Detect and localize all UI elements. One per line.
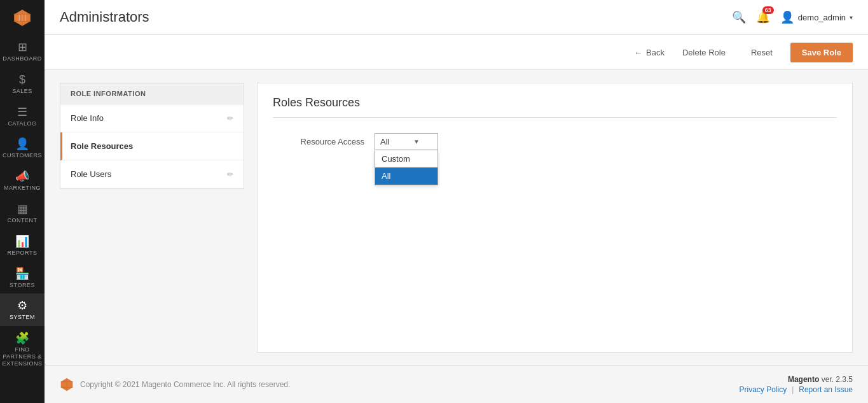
sidebar-item-dashboard[interactable]: ⊞ DASHBOARD — [0, 35, 45, 67]
right-panel: Roles Resources Resource Access All ▼ Cu… — [257, 83, 853, 353]
find-icon: 🧩 — [15, 332, 29, 344]
back-button[interactable]: ← Back — [634, 48, 665, 57]
system-icon: ⚙ — [17, 300, 27, 311]
marketing-icon: 📣 — [15, 171, 29, 182]
footer-separator: | — [792, 385, 794, 394]
role-info-panel: ROLE INFORMATION Role Info ✏ Role Resour… — [60, 83, 244, 189]
topbar-right: 🔍 🔔 63 👤 demo_admin ▾ — [732, 10, 853, 24]
username-label: demo_admin — [798, 13, 846, 22]
report-issue-link[interactable]: Report an Issue — [799, 385, 853, 394]
footer-links: Privacy Policy | Report an Issue — [739, 385, 853, 394]
search-icon[interactable]: 🔍 — [732, 10, 746, 24]
catalog-icon: ☰ — [17, 106, 27, 118]
content-icon: ▦ — [17, 203, 28, 215]
footer: Copyright © 2021 Magento Commerce Inc. A… — [45, 365, 868, 403]
nav-item-role-resources[interactable]: Role Resources — [60, 132, 244, 160]
sidebar-item-catalog[interactable]: ☰ CATALOG — [0, 100, 45, 132]
action-bar: ← Back Delete Role Reset Save Role — [45, 35, 868, 70]
back-arrow-icon: ← — [634, 48, 642, 57]
reports-icon: 📊 — [15, 236, 29, 247]
sidebar-logo[interactable] — [0, 0, 45, 35]
user-icon: 👤 — [780, 10, 794, 24]
sidebar-item-system[interactable]: ⚙ SYSTEM — [0, 293, 45, 326]
delete-role-button[interactable]: Delete Role — [675, 44, 733, 61]
privacy-policy-link[interactable]: Privacy Policy — [739, 385, 787, 394]
footer-right: Magento ver. 2.3.5 Privacy Policy | Repo… — [739, 375, 853, 394]
role-users-label: Role Users — [71, 169, 111, 179]
notifications-button[interactable]: 🔔 63 — [756, 10, 770, 24]
sidebar-item-stores[interactable]: 🏪 STORES — [0, 262, 45, 294]
sidebar-item-customers[interactable]: 👤 CUSTOMERS — [0, 132, 45, 164]
sidebar: ⊞ DASHBOARD $ SALES ☰ CATALOG 👤 CUSTOMER… — [0, 0, 45, 403]
save-role-button[interactable]: Save Role — [790, 43, 853, 62]
resource-access-row: Resource Access All ▼ Custom All — [273, 125, 837, 158]
sidebar-item-marketing[interactable]: 📣 MARKETING — [0, 164, 45, 197]
topbar: Administrators 🔍 🔔 63 👤 demo_admin ▾ — [45, 0, 868, 35]
select-chevron-icon: ▼ — [413, 138, 420, 145]
nav-item-role-users[interactable]: Role Users ✏ — [60, 160, 244, 188]
content-area: ROLE INFORMATION Role Info ✏ Role Resour… — [45, 70, 868, 365]
main-content: Administrators 🔍 🔔 63 👤 demo_admin ▾ ← B… — [45, 0, 868, 403]
nav-item-role-info[interactable]: Role Info ✏ — [60, 104, 244, 132]
role-info-label: Role Info — [71, 113, 104, 123]
footer-magento-label: Magento — [788, 375, 819, 384]
footer-version: Magento ver. 2.3.5 — [739, 375, 853, 384]
footer-version-number: ver. 2.3.5 — [822, 375, 853, 384]
reset-button[interactable]: Reset — [743, 44, 780, 61]
sidebar-item-content[interactable]: ▦ CONTENT — [0, 197, 45, 229]
resource-access-label: Resource Access — [273, 133, 375, 146]
user-chevron-icon: ▾ — [850, 14, 853, 21]
sidebar-item-find[interactable]: 🧩 FIND PARTNERS & EXTENSIONS — [0, 326, 45, 372]
notifications-badge: 63 — [762, 6, 774, 14]
sales-icon: $ — [19, 74, 25, 85]
edit-icon-role-users: ✏ — [227, 170, 233, 179]
footer-logo-icon — [60, 378, 74, 392]
resource-access-select-wrapper: All ▼ Custom All — [375, 133, 438, 150]
stores-icon: 🏪 — [15, 268, 29, 279]
footer-copyright: Copyright © 2021 Magento Commerce Inc. A… — [80, 380, 290, 389]
page-title: Administrators — [60, 9, 149, 25]
role-resources-label: Role Resources — [71, 141, 133, 151]
customers-icon: 👤 — [15, 138, 29, 150]
resource-access-select[interactable]: All ▼ — [375, 133, 438, 150]
user-menu[interactable]: 👤 demo_admin ▾ — [780, 10, 853, 24]
dropdown-option-all[interactable]: All — [375, 167, 437, 185]
panel-header: ROLE INFORMATION — [60, 83, 244, 104]
left-panel: ROLE INFORMATION Role Info ✏ Role Resour… — [60, 83, 244, 353]
dropdown-option-custom[interactable]: Custom — [375, 150, 437, 167]
section-title: Roles Resources — [273, 96, 837, 118]
edit-icon-role-info: ✏ — [227, 114, 233, 123]
footer-left: Copyright © 2021 Magento Commerce Inc. A… — [60, 378, 290, 392]
resource-access-control: All ▼ Custom All — [375, 133, 837, 150]
resource-access-dropdown: Custom All — [375, 150, 438, 185]
sidebar-item-reports[interactable]: 📊 REPORTS — [0, 229, 45, 262]
select-current-value: All — [380, 137, 389, 146]
dashboard-icon: ⊞ — [18, 41, 27, 53]
sidebar-item-sales[interactable]: $ SALES — [0, 67, 45, 100]
